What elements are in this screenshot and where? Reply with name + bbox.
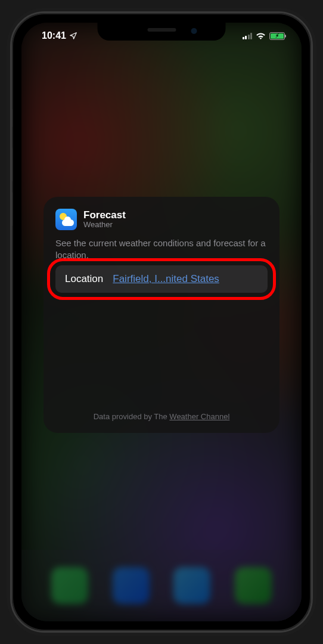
- provider-prefix: Data provided by The: [94, 412, 170, 421]
- widget-app-name: Weather: [83, 221, 126, 230]
- weather-app-icon: [55, 209, 77, 230]
- display-notch: [98, 23, 226, 41]
- widget-description: See the current weather conditions and f…: [55, 237, 268, 261]
- location-selector-row[interactable]: Location Fairfield, I...nited States: [55, 265, 268, 293]
- widget-header: Forecast Weather: [55, 209, 268, 230]
- widget-title: Forecast: [83, 209, 126, 221]
- ringer-switch: [10, 109, 13, 128]
- cellular-signal-icon: [243, 33, 253, 39]
- speaker-grill: [147, 28, 176, 32]
- volume-down-button: [10, 192, 13, 227]
- screen: 10:41 ⚡︎: [21, 23, 302, 621]
- provider-link[interactable]: Weather Channel: [169, 412, 229, 421]
- status-time: 10:41: [42, 30, 66, 41]
- location-arrow-icon: [69, 32, 77, 40]
- phone-device-frame: 10:41 ⚡︎: [10, 11, 313, 633]
- battery-charging-icon: ⚡︎: [269, 32, 285, 40]
- location-label: Location: [65, 273, 103, 285]
- widget-config-sheet: Forecast Weather See the current weather…: [44, 197, 279, 433]
- volume-up-button: [10, 147, 13, 182]
- wifi-icon: [256, 32, 266, 40]
- side-power-button: [310, 162, 313, 216]
- location-value-link[interactable]: Fairfield, I...nited States: [113, 273, 219, 285]
- data-provider-attribution: Data provided by The Weather Channel: [55, 412, 268, 421]
- front-camera: [191, 28, 197, 34]
